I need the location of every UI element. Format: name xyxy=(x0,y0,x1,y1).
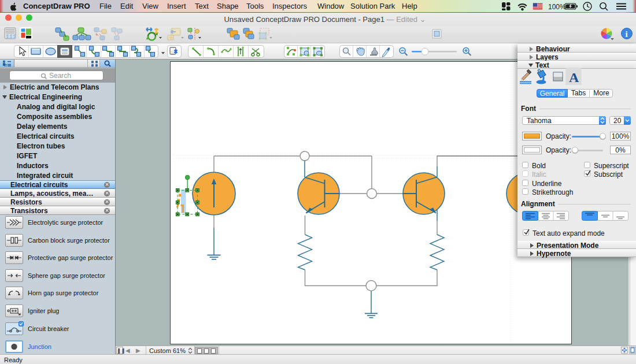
svg-text:i: i xyxy=(626,29,628,39)
svg-text:A: A xyxy=(569,70,579,85)
svg-text:100%: 100% xyxy=(548,3,566,11)
